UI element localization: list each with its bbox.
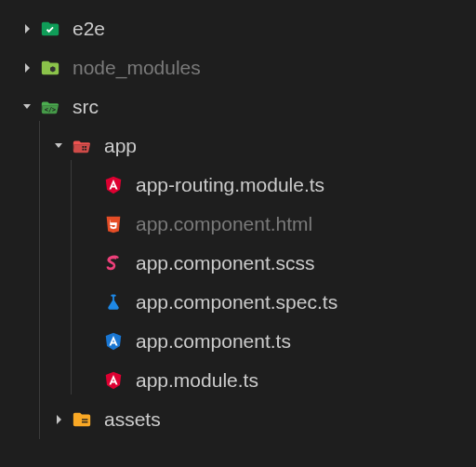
svg-rect-6: [111, 295, 116, 297]
tree-item-node_modules[interactable]: node_modules: [0, 48, 476, 87]
tree-item-app-comp-html[interactable]: app.component.html: [0, 205, 476, 244]
sass-icon: [102, 253, 125, 274]
tree-item-app-comp-scss[interactable]: app.component.scss: [0, 244, 476, 283]
tree-item-app[interactable]: app: [0, 127, 476, 166]
folder-app-icon: [71, 136, 93, 156]
angular-ts-icon: [102, 331, 125, 352]
chevron-right-icon[interactable]: [15, 60, 39, 75]
chevron-down-icon[interactable]: [15, 100, 39, 114]
tree-item-label: src: [73, 96, 99, 118]
folder-src-icon: </>: [39, 97, 61, 117]
tree-item-label: app.module.ts: [136, 369, 258, 392]
tree-item-e2e[interactable]: e2e: [0, 9, 476, 48]
svg-rect-2: [82, 146, 84, 148]
tree-item-app-comp-spec[interactable]: app.component.spec.ts: [0, 283, 476, 322]
tree-item-assets[interactable]: assets: [0, 400, 476, 439]
folder-node-icon: [39, 58, 61, 78]
svg-rect-4: [82, 149, 84, 151]
tree-item-label: node_modules: [73, 57, 201, 79]
file-explorer-tree: e2enode_modules</>srcappapp-routing.modu…: [0, 0, 476, 439]
tree-item-label: app: [104, 135, 137, 157]
tree-item-label: app.component.spec.ts: [136, 291, 337, 314]
folder-e2e-icon: [39, 19, 61, 39]
svg-rect-3: [85, 146, 86, 148]
tree-item-app-routing[interactable]: app-routing.module.ts: [0, 166, 476, 205]
tree-item-src[interactable]: </>src: [0, 87, 476, 127]
tree-item-app-module[interactable]: app.module.ts: [0, 361, 476, 400]
tree-item-label: app.component.ts: [136, 330, 291, 353]
chevron-down-icon[interactable]: [46, 139, 71, 153]
tree-item-label: app.component.scss: [136, 252, 315, 274]
chevron-right-icon[interactable]: [15, 21, 39, 36]
tree-item-label: e2e: [73, 18, 105, 40]
tree-item-app-comp-ts[interactable]: app.component.ts: [0, 322, 476, 361]
tree-item-label: app.component.html: [136, 213, 312, 235]
test-flask-icon: [102, 292, 125, 313]
folder-assets-icon: [71, 409, 93, 430]
angular-icon: [102, 370, 125, 391]
svg-rect-5: [85, 149, 86, 151]
tree-item-label: assets: [104, 408, 161, 431]
html5-icon: [102, 214, 125, 234]
tree-item-label: app-routing.module.ts: [136, 174, 324, 196]
angular-icon: [102, 175, 125, 195]
chevron-right-icon[interactable]: [46, 412, 71, 427]
svg-text:</>: </>: [45, 106, 56, 113]
